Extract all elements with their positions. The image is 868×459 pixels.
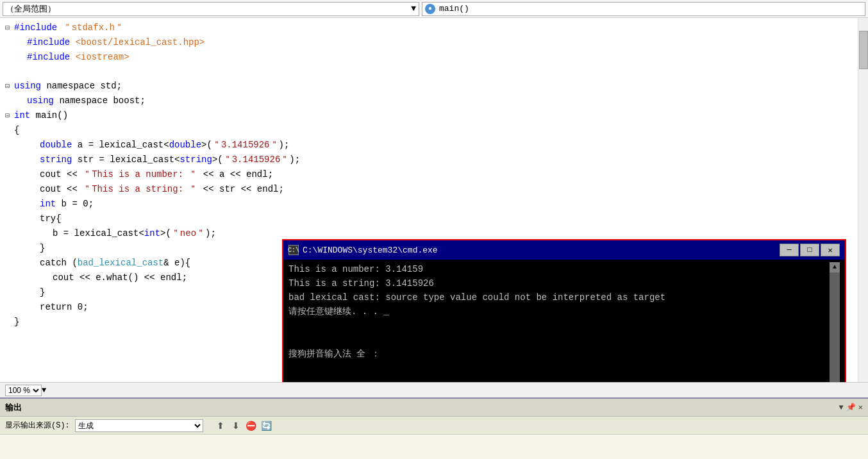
fold-icon xyxy=(31,153,38,167)
fold-icon xyxy=(5,315,13,330)
code-token: << str << endl; xyxy=(197,182,283,196)
cmd-line: bad lexical cast: source type value coul… xyxy=(288,290,830,305)
output-source-label: 显示输出来源(S): xyxy=(5,420,70,431)
fold-icon xyxy=(31,301,38,315)
cmd-scroll-up[interactable]: ▲ xyxy=(830,262,840,272)
scope-right-label: main() xyxy=(439,4,469,13)
code-token: ); xyxy=(289,153,300,167)
output-title: 输出 xyxy=(5,402,22,413)
fold-icon xyxy=(5,65,13,79)
cmd-titlebar: C:\ C:\WINDOWS\system32\cmd.exe ─ □ ✕ xyxy=(283,240,845,260)
fold-icon xyxy=(44,227,51,241)
cmd-maximize-button[interactable]: □ xyxy=(800,244,819,256)
toolbar-btn-reload[interactable]: 🔄 xyxy=(260,419,274,433)
code-token: #include xyxy=(27,50,76,64)
code-token: } xyxy=(14,315,19,329)
code-token: << a << endl; xyxy=(197,167,273,181)
code-token: cout << xyxy=(40,182,83,196)
fold-icon xyxy=(44,271,51,285)
code-token: #include xyxy=(27,35,76,49)
code-token: & e){ xyxy=(163,256,190,270)
zoom-dropdown-arrow: ▼ xyxy=(42,386,46,395)
code-line: #include <iostream> xyxy=(0,50,858,65)
cmd-controls: ─ □ ✕ xyxy=(780,244,840,256)
fold-icon[interactable]: ⊟ xyxy=(5,109,13,123)
output-panel: 输出 ▼ 📌 ✕ 显示输出来源(S): 生成 ⬆ ⬇ ⛔ 🔄 xyxy=(0,397,868,459)
code-token: str = lexical_cast< xyxy=(72,153,179,167)
cmd-minimize-button[interactable]: ─ xyxy=(780,244,799,256)
code-line: ⊟int main() xyxy=(0,108,858,123)
scrollbar-thumb[interactable] xyxy=(859,31,868,69)
code-token: namespace boost; xyxy=(54,94,146,108)
code-line: ⊟#include ＂stdafx.h＂ xyxy=(0,21,858,35)
code-token: bad_lexical_cast xyxy=(78,256,163,270)
cmd-title-left: C:\ C:\WINDOWS\system32\cmd.exe xyxy=(288,245,438,255)
code-token: double xyxy=(40,138,72,152)
cmd-text-area: This is a number: 3.14159This is a strin… xyxy=(288,262,830,382)
code-line: ⊟using namespace std; xyxy=(0,79,858,94)
code-token: { xyxy=(14,123,19,137)
code-token: string xyxy=(179,153,212,167)
toolbar-btn-2[interactable]: ⬇ xyxy=(229,419,243,433)
cmd-line: 搜狗拼音输入法 全 ： xyxy=(288,347,830,361)
fold-icon[interactable]: ⊟ xyxy=(5,21,13,35)
output-dropdown-btn[interactable]: ▼ xyxy=(839,403,844,412)
fold-icon xyxy=(31,183,38,197)
code-token: catch ( xyxy=(40,256,78,270)
fold-icon xyxy=(18,51,26,65)
code-token: >( xyxy=(201,138,212,152)
output-pin-btn[interactable]: 📌 xyxy=(846,403,856,412)
code-line: string str = lexical_cast<string>(＂3.141… xyxy=(0,153,858,167)
fold-icon xyxy=(31,138,38,153)
code-token: using xyxy=(14,79,41,93)
cmd-scrollbar[interactable]: ▲ ▼ xyxy=(830,262,840,382)
code-token: <iostream> xyxy=(76,50,129,64)
code-token: cout << e.what() << endl; xyxy=(53,271,187,285)
output-controls: ▼ 📌 ✕ xyxy=(839,403,863,412)
fold-icon[interactable]: ⊟ xyxy=(5,79,13,94)
zoom-select[interactable]: 100 % xyxy=(5,385,42,396)
code-token: int xyxy=(14,108,30,122)
code-token: >( xyxy=(212,153,223,167)
cmd-scroll-thumb[interactable] xyxy=(830,272,840,382)
code-line: double a = lexical_cast<double>(＂3.14159… xyxy=(0,138,858,153)
editor-area: ⊟#include ＂stdafx.h＂ #include <boost/lex… xyxy=(0,18,868,382)
output-source-select[interactable]: 生成 xyxy=(75,419,203,432)
cmd-line: 请按任意键继续. . . _ xyxy=(288,305,830,319)
scope-right-dropdown[interactable]: ● main() xyxy=(422,2,865,16)
code-token: int xyxy=(40,197,56,211)
code-token: cout << xyxy=(40,167,83,181)
toolbar-btn-1[interactable]: ⬆ xyxy=(213,419,228,433)
code-token: namespace std; xyxy=(41,79,122,93)
cmd-line xyxy=(288,319,830,333)
code-line: using namespace boost; xyxy=(0,94,858,108)
cmd-title-text: C:\WINDOWS\system32\cmd.exe xyxy=(303,246,438,255)
fold-icon xyxy=(18,36,26,50)
toolbar-btn-stop[interactable]: ⛔ xyxy=(244,419,258,433)
code-token: #include xyxy=(14,21,63,35)
code-token: ); xyxy=(205,226,216,240)
code-token: return 0; xyxy=(40,300,88,314)
code-token: try{ xyxy=(40,212,62,226)
scope-left-dropdown[interactable]: （全局范围） ▼ xyxy=(3,2,419,16)
cmd-window: C:\ C:\WINDOWS\system32\cmd.exe ─ □ ✕ Th… xyxy=(282,239,846,382)
cmd-close-button[interactable]: ✕ xyxy=(821,244,840,256)
code-line: int b = 0; xyxy=(0,197,858,212)
output-toolbar: 显示输出来源(S): 生成 ⬆ ⬇ ⛔ 🔄 xyxy=(0,417,868,435)
zoom-bar: 100 % ▼ xyxy=(0,382,868,397)
output-close-btn[interactable]: ✕ xyxy=(858,403,863,412)
cmd-body: This is a number: 3.14159This is a strin… xyxy=(283,260,845,382)
code-token: b = 0; xyxy=(56,197,94,211)
code-token: using xyxy=(27,94,54,108)
fold-icon xyxy=(31,212,38,226)
code-token: ＂3.1415926＂ xyxy=(212,138,279,152)
code-line: cout << ＂This is a string: ＂ << str << e… xyxy=(0,182,858,197)
output-header: 输出 ▼ 📌 ✕ xyxy=(0,399,868,417)
editor-scrollbar[interactable] xyxy=(858,18,868,382)
code-token: <boost/lexical_cast.hpp> xyxy=(76,35,205,49)
scope-left-label: （全局范围） xyxy=(6,3,56,15)
fold-icon xyxy=(31,242,38,256)
cmd-icon: C:\ xyxy=(288,245,299,255)
code-token: ＂stdafx.h＂ xyxy=(63,21,124,35)
code-token: ); xyxy=(279,138,290,152)
